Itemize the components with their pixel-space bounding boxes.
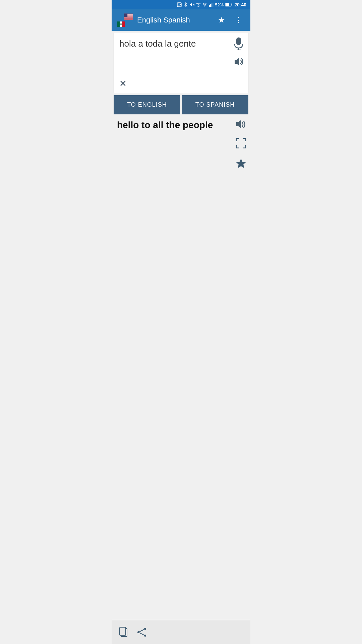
to-spanish-button[interactable]: TO SPANISH [182,95,248,114]
app-bar: English Spanish ★ ⋮ [112,9,250,31]
more-options-button[interactable]: ⋮ [232,14,245,26]
svg-line-7 [200,3,200,4]
output-text: hello to all the people [117,120,226,130]
to-english-button[interactable]: TO ENGLISH [114,95,180,114]
mexico-flag [117,20,125,28]
svg-rect-26 [122,21,125,27]
svg-marker-2 [190,3,192,6]
alarm-icon [196,2,201,7]
svg-rect-23 [124,14,127,17]
clear-button[interactable]: ✕ [119,78,127,89]
svg-rect-12 [213,3,213,7]
battery-percentage: 52% [215,2,224,7]
svg-marker-41 [236,159,246,168]
svg-rect-10 [210,4,211,7]
svg-rect-14 [226,3,229,6]
battery-icon [225,3,232,7]
svg-line-6 [196,3,197,4]
svg-rect-11 [212,4,212,7]
svg-rect-20 [124,17,133,17]
svg-rect-28 [236,38,241,45]
svg-point-1 [178,4,179,4]
svg-rect-9 [209,5,210,7]
svg-rect-21 [124,18,133,18]
svg-point-8 [204,6,205,6]
svg-rect-22 [124,19,133,19]
wifi-icon [202,2,207,7]
output-favorite-button[interactable] [236,158,246,168]
signal-icon [209,2,214,7]
svg-rect-24 [117,21,120,27]
input-speaker-button[interactable] [233,57,244,67]
output-speaker-button[interactable] [235,119,246,130]
svg-marker-31 [235,58,239,66]
us-flag [124,12,133,21]
favorite-button[interactable]: ★ [215,14,228,26]
input-text[interactable]: hola a toda la gente [114,33,248,73]
volume-mute-icon [189,2,195,7]
svg-marker-32 [236,120,241,128]
time-display: 20:40 [234,2,246,7]
bluetooth-icon [183,2,188,7]
svg-rect-15 [232,4,232,6]
flag-icon [117,12,133,28]
app-title: English Spanish [137,16,211,24]
image-icon [177,2,182,7]
status-icons: 52% [177,2,232,7]
microphone-button[interactable] [233,37,244,50]
input-area: hola a toda la gente ✕ [114,33,248,93]
translate-buttons: TO ENGLISH TO SPANISH [114,95,248,114]
status-bar: 52% 20:40 [112,0,250,9]
svg-point-27 [120,23,122,25]
expand-button[interactable] [236,138,246,149]
output-area: hello to all the people [112,114,250,188]
